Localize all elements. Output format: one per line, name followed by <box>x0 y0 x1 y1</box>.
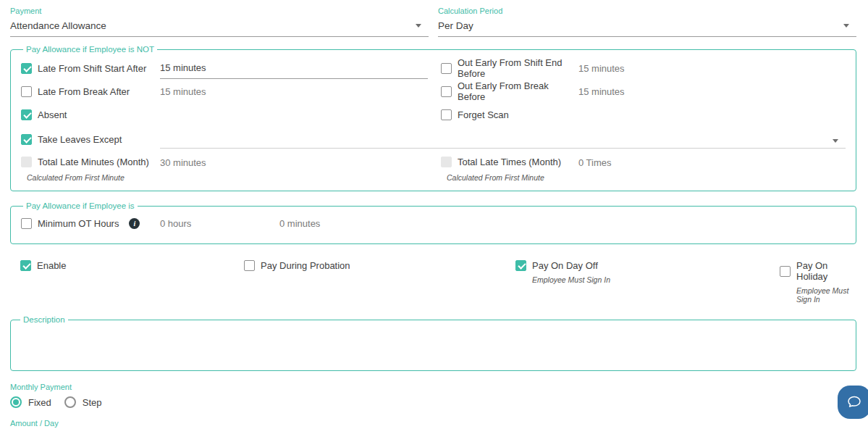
monthly-payment-label: Monthly Payment <box>10 383 856 391</box>
checkbox-take-leaves-except[interactable] <box>21 134 32 145</box>
calculation-period-select-value: Per Day <box>438 20 473 31</box>
radio-option-step[interactable]: Step <box>64 396 102 408</box>
amount-per-day-label: Amount / Day <box>10 419 856 428</box>
checkbox-label: Minimum OT Hours <box>38 218 119 229</box>
description-textarea[interactable] <box>18 325 848 366</box>
checkbox-late-from-shift-start-after[interactable] <box>21 63 32 74</box>
radio-label: Step <box>83 397 102 408</box>
total-late-minutes-value: 30 minutes <box>160 157 206 168</box>
checkbox-total-late-times <box>441 157 452 167</box>
total-late-times-value: 0 Times <box>578 157 612 168</box>
checkbox-label: Absent <box>38 109 67 120</box>
not-section: Pay Allowance if Employee is NOT Late Fr… <box>10 45 856 191</box>
checkbox-label: Total Late Minutes (Month) <box>38 157 149 167</box>
row-minimum-ot: Minimum OT Hours i 0 hours 0 minutes <box>21 212 846 235</box>
radio-fixed[interactable] <box>10 396 22 408</box>
checkbox-pay-on-holiday[interactable] <box>780 266 791 277</box>
checkbox-label: Out Early From Shift End Before <box>458 57 578 79</box>
checkbox-label: Late From Break After <box>38 86 130 97</box>
checkbox-label: Take Leaves Except <box>38 134 122 145</box>
option-enable: Enable <box>20 260 244 305</box>
min-ot-hours-value: 0 hours <box>160 218 191 229</box>
allowance-form: Payment Attendance Allowance Calculation… <box>0 0 868 429</box>
checkbox-label: Enable <box>37 260 66 271</box>
option-pay-on-holiday: Pay On Holiday Employee Must Sign In <box>780 260 856 305</box>
total-late-times-note: Calculated From First Minute <box>447 173 578 182</box>
options-row: Enable Pay During Probation Pay On Day O… <box>0 260 868 305</box>
radio-label: Fixed <box>28 397 51 408</box>
calculation-period-select[interactable]: Per Day <box>438 20 856 37</box>
description-legend: Description <box>20 315 68 324</box>
payment-label: Payment <box>10 7 429 15</box>
payment-select[interactable]: Attendance Allowance <box>10 20 429 37</box>
calculation-period-label: Calculation Period <box>438 7 856 15</box>
take-leaves-except-select[interactable] <box>160 130 846 149</box>
checkbox-out-early-break-before[interactable] <box>441 86 452 97</box>
description-section: Description <box>10 315 856 371</box>
checkbox-total-late-minutes <box>21 157 32 167</box>
option-pay-on-day-off: Pay On Day Off Employee Must Sign In <box>515 260 780 305</box>
checkbox-absent[interactable] <box>21 109 32 120</box>
chevron-down-icon <box>416 24 421 28</box>
checkbox-pay-during-probation[interactable] <box>244 260 255 271</box>
checkbox-out-early-shift-end-before[interactable] <box>441 63 452 74</box>
payment-select-value: Attendance Allowance <box>10 20 106 31</box>
min-ot-minutes-value: 0 minutes <box>279 218 320 229</box>
checkbox-label: Out Early From Break Before <box>458 80 578 102</box>
pay-on-day-off-note: Employee Must Sign In <box>532 275 780 284</box>
is-section-legend: Pay Allowance if Employee is <box>23 201 138 210</box>
late-shift-minutes-input[interactable]: 15 minutes <box>160 62 428 79</box>
option-pay-during-probation: Pay During Probation <box>244 260 515 305</box>
payment-field: Payment Attendance Allowance <box>10 7 429 37</box>
checkbox-label: Forget Scan <box>458 109 509 120</box>
checkbox-forget-scan[interactable] <box>441 109 452 120</box>
chat-bubble-icon <box>846 393 863 411</box>
chat-launcher-button[interactable] <box>838 386 868 419</box>
top-selects-row: Payment Attendance Allowance Calculation… <box>10 7 856 37</box>
chevron-down-icon <box>833 139 838 143</box>
checkbox-label: Pay On Day Off <box>532 260 598 271</box>
chevron-down-icon <box>843 24 849 28</box>
late-break-minutes-value: 15 minutes <box>160 86 206 97</box>
checkbox-late-from-break-after[interactable] <box>21 86 32 97</box>
info-icon[interactable]: i <box>129 218 140 229</box>
amount-per-day-field: Amount / Day 15.00 <box>10 419 856 429</box>
out-early-shift-minutes-value: 15 minutes <box>578 63 625 74</box>
row-totals: Total Late Minutes (Month) Calculated Fr… <box>21 157 846 183</box>
row-late-shift: Late From Shift Start After 15 minutes O… <box>21 57 846 80</box>
checkbox-pay-on-day-off[interactable] <box>515 260 526 271</box>
radio-option-fixed[interactable]: Fixed <box>10 396 51 408</box>
is-section: Pay Allowance if Employee is Minimum OT … <box>10 201 856 244</box>
checkbox-label: Late From Shift Start After <box>38 63 146 74</box>
out-early-break-minutes-value: 15 minutes <box>578 86 625 97</box>
not-section-legend: Pay Allowance if Employee is NOT <box>23 45 157 54</box>
row-late-break: Late From Break After 15 minutes Out Ear… <box>21 80 846 103</box>
total-late-minutes-note: Calculated From First Minute <box>27 173 160 182</box>
checkbox-label: Total Late Times (Month) <box>458 157 561 167</box>
row-absent-forget-scan: Absent Forget Scan <box>21 103 846 126</box>
checkbox-enable[interactable] <box>20 260 31 271</box>
checkbox-minimum-ot-hours[interactable] <box>21 218 32 229</box>
checkbox-label: Pay On Holiday <box>796 260 856 282</box>
row-take-leaves: Take Leaves Except <box>21 126 846 152</box>
monthly-payment-block: Monthly Payment Fixed Step <box>10 383 856 408</box>
calculation-period-field: Calculation Period Per Day <box>438 7 856 37</box>
monthly-payment-radio-group: Fixed Step <box>10 396 856 408</box>
checkbox-label: Pay During Probation <box>261 260 350 271</box>
pay-on-holiday-note: Employee Must Sign In <box>796 286 856 304</box>
radio-step[interactable] <box>64 396 76 408</box>
